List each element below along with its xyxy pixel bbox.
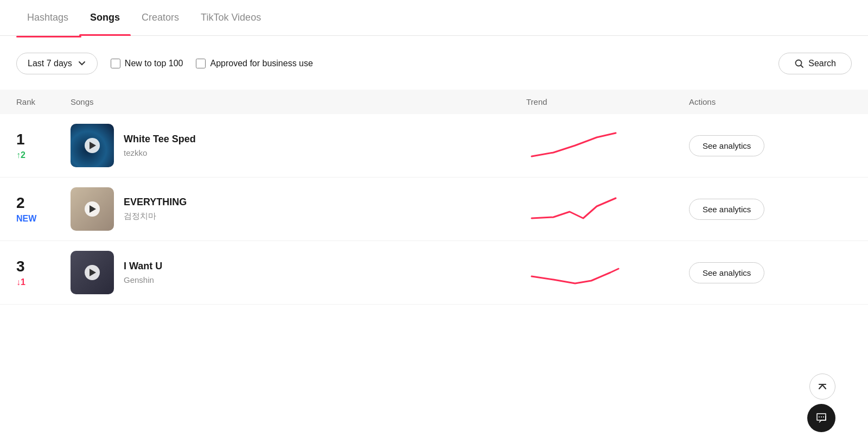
col-songs: Songs [71,97,526,106]
song-thumbnail-1[interactable] [71,124,114,167]
rank-number-1: 1 [16,131,25,148]
see-analytics-button-1[interactable]: See analytics [689,135,764,156]
actions-cell-3: See analytics [689,262,852,283]
tab-hashtags[interactable]: Hashtags [16,0,79,35]
svg-point-0 [796,60,802,66]
chevron-up-icon [817,381,828,392]
approved-business-checkbox[interactable] [196,59,206,68]
song-artist-2: 검정치마 [124,211,187,221]
trend-cell-1 [526,126,689,164]
svg-point-3 [819,416,820,417]
search-icon [794,59,804,68]
song-title-2: EVERYTHING [124,197,187,208]
see-analytics-button-3[interactable]: See analytics [689,262,764,283]
play-icon-1[interactable] [85,138,100,153]
col-trend: Trend [526,97,689,106]
navigation-tabs: Hashtags Songs Creators TikTok Videos [0,0,868,36]
chat-icon [815,412,828,425]
new-to-top-100-label: New to top 100 [125,59,183,68]
table-row: 2 NEW EVERYTHING 검정치마 See analytics [0,178,868,241]
approved-business-filter[interactable]: Approved for business use [196,59,312,68]
col-actions: Actions [689,97,852,106]
rank-cell-1: 1 ↑2 [16,131,71,160]
song-cell-1: White Tee Sped tezkko [71,124,526,167]
actions-cell-1: See analytics [689,135,852,156]
song-cell-3: I Want U Genshin [71,251,526,294]
song-cell-2: EVERYTHING 검정치마 [71,187,526,231]
chevron-down-icon [78,59,86,68]
filters-row: Last 7 days New to top 100 Approved for … [0,37,868,90]
trend-cell-2 [526,190,689,228]
table-header: Rank Songs Trend Actions [0,90,868,114]
approved-business-label: Approved for business use [210,59,312,68]
period-dropdown[interactable]: Last 7 days [16,53,98,74]
svg-point-5 [823,416,824,417]
search-button[interactable]: Search [778,53,852,74]
play-icon-2[interactable] [85,201,100,217]
song-info-2: EVERYTHING 검정치마 [124,197,187,221]
table-row: 1 ↑2 White Tee Sped tezkko See analytics [0,114,868,178]
song-thumbnail-2[interactable] [71,187,114,231]
new-to-top-100-filter[interactable]: New to top 100 [111,59,183,68]
actions-cell-2: See analytics [689,199,852,220]
search-label: Search [808,59,836,68]
song-info-1: White Tee Sped tezkko [124,134,196,157]
see-analytics-button-2[interactable]: See analytics [689,199,764,220]
table-row: 3 ↓1 I Want U Genshin See analytics [0,241,868,305]
song-thumbnail-3[interactable] [71,251,114,294]
song-title-1: White Tee Sped [124,134,196,145]
tab-creators[interactable]: Creators [131,0,190,35]
song-title-3: I Want U [124,261,162,272]
rank-change-1: ↑2 [16,150,25,160]
tab-tiktok-videos[interactable]: TikTok Videos [190,0,272,35]
new-to-top-100-checkbox[interactable] [111,59,120,68]
rank-number-3: 3 [16,258,25,275]
song-artist-1: tezkko [124,148,196,157]
trend-chart-2 [526,190,624,228]
rank-cell-2: 2 NEW [16,194,71,224]
svg-point-4 [821,416,822,417]
col-rank: Rank [16,97,71,106]
svg-line-1 [801,66,803,68]
rank-change-2: NEW [16,214,36,224]
scroll-to-top-button[interactable] [809,374,835,400]
trend-chart-1 [526,126,624,164]
period-label: Last 7 days [28,59,72,68]
trend-chart-3 [526,254,624,292]
tab-songs[interactable]: Songs [79,0,131,35]
song-info-3: I Want U Genshin [124,261,162,284]
play-icon-3[interactable] [85,265,100,280]
rank-number-2: 2 [16,194,25,212]
trend-cell-3 [526,254,689,292]
rank-cell-3: 3 ↓1 [16,258,71,287]
rank-change-3: ↓1 [16,277,25,287]
song-artist-3: Genshin [124,275,162,284]
chat-button[interactable] [807,404,835,432]
